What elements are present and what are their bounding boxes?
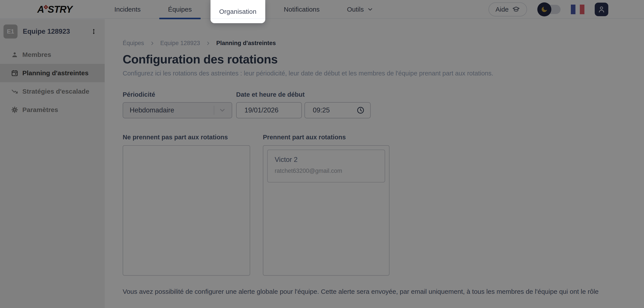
tutorial-overlay[interactable] xyxy=(0,0,644,308)
nav-item-organisation[interactable]: Organisation xyxy=(210,0,265,23)
nav-item-label: Organisation xyxy=(219,8,256,15)
